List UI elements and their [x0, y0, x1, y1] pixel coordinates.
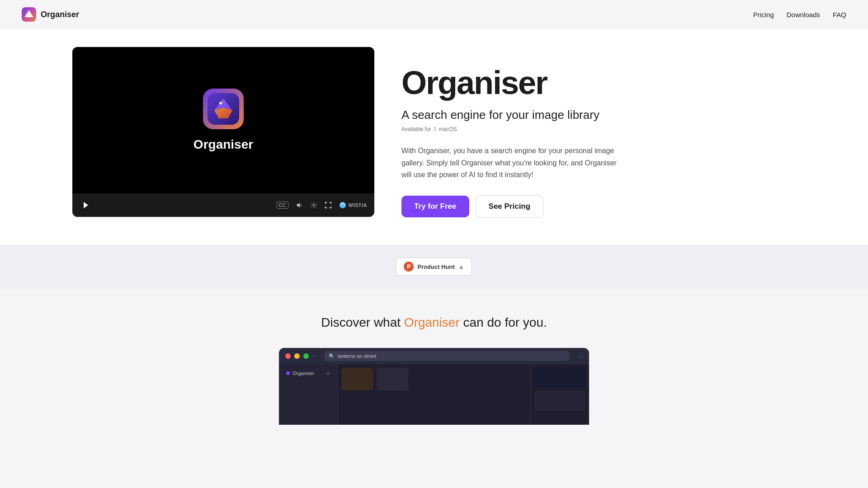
discover-suffix: can do for you. [460, 315, 547, 329]
discover-text: Discover what Organiser can do for you. [0, 315, 868, 330]
fullscreen-icon[interactable] [325, 202, 332, 209]
product-hunt-logo: P [404, 262, 414, 272]
nav-downloads[interactable]: Downloads [787, 11, 820, 19]
logo[interactable]: Organiser [22, 7, 79, 22]
svg-point-6 [219, 102, 222, 104]
discover-brand: Organiser [404, 315, 460, 329]
logo-icon [22, 7, 36, 22]
svg-marker-7 [84, 202, 88, 208]
hero-buttons: Try for Free See Pricing [401, 195, 796, 218]
minimize-dot [294, 353, 300, 359]
apple-icon:  [434, 126, 436, 132]
right-thumbnail-2 [534, 391, 585, 411]
nav-faq[interactable]: FAQ [833, 11, 846, 19]
sidebar-gear-icon[interactable]: ⚙ [326, 371, 330, 376]
hero-description: With Organiser, you have a search engine… [401, 145, 618, 181]
brand-name: Organiser [41, 10, 79, 19]
app-content: Organiser ⚙ [279, 364, 589, 425]
video-control-icons: CC [277, 202, 367, 209]
app-main-area [338, 364, 530, 425]
product-hunt-label: Product Hunt [417, 263, 454, 270]
video-controls: CC [72, 193, 374, 217]
thumbnail-2 [377, 368, 408, 390]
hero-text: Organiser A search engine for your image… [401, 47, 796, 218]
svg-point-2 [27, 14, 31, 18]
product-hunt-arrow: ▲ [458, 263, 464, 270]
sidebar-organiser-item[interactable]: Organiser ⚙ [283, 368, 334, 379]
cc-icon[interactable]: CC [277, 202, 288, 209]
app-right-area [530, 364, 589, 425]
discover-prefix: Discover what [321, 315, 404, 329]
app-sidebar: Organiser ⚙ [279, 364, 338, 425]
volume-icon[interactable] [296, 202, 303, 209]
search-icon: 🔍 [329, 353, 335, 359]
close-dot [285, 353, 291, 359]
app-screenshot-wrapper: ‹ 🔍 lanterns on street □ Organiser ⚙ [0, 348, 868, 425]
discover-section: Discover what Organiser can do for you. … [0, 288, 868, 443]
settings-icon[interactable] [310, 202, 317, 209]
hero-section: Organiser CC [0, 29, 868, 245]
app-titlebar: ‹ 🔍 lanterns on street □ [279, 348, 589, 364]
product-hunt-strip: P Product Hunt ▲ [0, 245, 868, 288]
available-badge: Available for  macOS [401, 126, 796, 132]
sidebar-organiser-label: Organiser [292, 371, 314, 376]
hero-title: Organiser [401, 65, 796, 101]
sidebar-dot [286, 371, 290, 375]
maximize-dot [303, 353, 309, 359]
hero-subtitle: A search engine for your image library [401, 108, 796, 122]
video-player[interactable]: Organiser CC [72, 47, 374, 217]
video-app-title: Organiser [193, 137, 253, 152]
platform-label: macOS [439, 126, 457, 132]
try-free-button[interactable]: Try for Free [401, 196, 469, 217]
svg-point-9 [340, 202, 346, 208]
nav-links: Pricing Downloads FAQ [753, 11, 846, 19]
video-content: Organiser [72, 47, 374, 193]
wistia-logo: WISTIA [339, 202, 368, 209]
navbar: Organiser Pricing Downloads FAQ [0, 0, 868, 29]
see-pricing-button[interactable]: See Pricing [476, 195, 544, 218]
available-label: Available for [401, 126, 431, 132]
back-arrow[interactable]: ‹ [312, 353, 314, 359]
product-hunt-badge[interactable]: P Product Hunt ▲ [396, 258, 472, 276]
svg-point-8 [312, 204, 314, 206]
play-button[interactable] [80, 199, 92, 211]
app-screenshot: ‹ 🔍 lanterns on street □ Organiser ⚙ [279, 348, 589, 425]
thumbnail-1 [341, 368, 373, 390]
window-controls: □ [580, 353, 583, 359]
search-bar[interactable]: 🔍 lanterns on street [324, 351, 570, 361]
video-app-icon [203, 89, 244, 129]
right-thumbnail-1 [534, 368, 585, 388]
nav-pricing[interactable]: Pricing [753, 11, 774, 19]
search-input: lanterns on street [338, 353, 376, 359]
